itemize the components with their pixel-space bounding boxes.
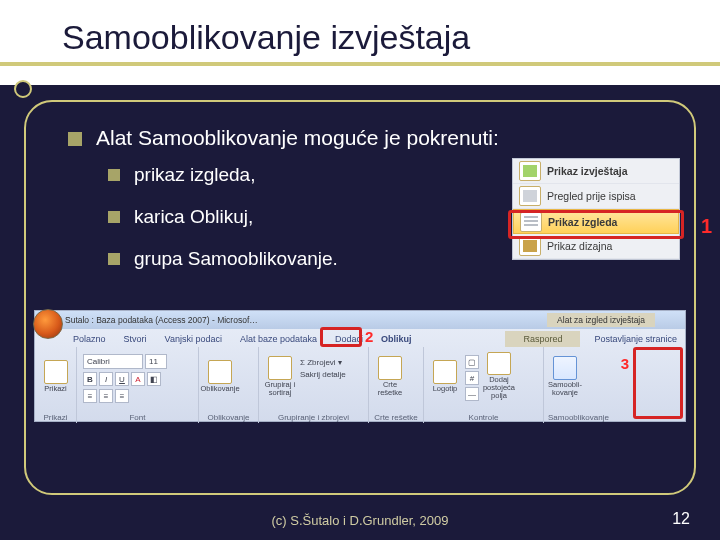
slide-title: Samooblikovanje izvještaja — [62, 18, 470, 57]
report-view-icon — [519, 161, 541, 181]
group-prikazi: Prikazi — [39, 412, 72, 422]
bullet-square-icon — [68, 132, 82, 146]
autoformat-icon — [553, 356, 577, 380]
align-right-button[interactable]: ≡ — [115, 389, 129, 403]
add-fields-icon — [487, 352, 511, 375]
tab-polazno[interactable]: Polazno — [65, 331, 114, 347]
logo-icon — [433, 360, 457, 384]
view-menu-item[interactable]: Pregled prije ispisa — [513, 184, 679, 209]
align-left-button[interactable]: ≡ — [83, 389, 97, 403]
callout-label-2: 2 — [365, 328, 373, 345]
samooblikovanje-button[interactable]: Samoobli-kovanje — [548, 352, 582, 400]
bullet-list: Alat Samooblikovanje moguće je pokrenuti… — [68, 126, 499, 290]
callout-box-3 — [633, 347, 683, 419]
office-button-icon[interactable] — [33, 309, 63, 339]
group-oblikovanje: Oblikovanje — [203, 412, 254, 422]
gridlines-icon — [378, 356, 402, 380]
underline-button[interactable]: U — [115, 372, 129, 386]
bullet-square-icon — [108, 211, 120, 223]
bullet-square-icon — [108, 253, 120, 265]
callout-label-3: 3 — [621, 355, 629, 372]
view-menu: Prikaz izvještaja Pregled prije ispisa P… — [512, 158, 680, 260]
bold-button[interactable]: B — [83, 372, 97, 386]
print-preview-icon — [519, 186, 541, 206]
dodaj-polja-button[interactable]: Dodaj postojeća polja — [482, 352, 516, 400]
access-ribbon: Sutalo : Baza podataka (Access 2007) - M… — [34, 310, 686, 422]
group-sort-icon — [268, 356, 292, 380]
window-title: Sutalo : Baza podataka (Access 2007) - M… — [65, 315, 258, 325]
page-number: 12 — [672, 510, 690, 528]
context-tab-title: Alat za izgled izvještaja — [547, 313, 655, 327]
prikazi-button[interactable]: Prikazi — [39, 352, 72, 400]
sakrij-button[interactable]: Sakrij detalje — [300, 370, 346, 379]
bullet-sub3: grupa Samooblikovanje. — [134, 248, 338, 270]
tab-alat-baze[interactable]: Alat baze podataka — [232, 331, 325, 347]
tab-stvori[interactable]: Stvori — [116, 331, 155, 347]
bullet-sub2: karica Oblikuj, — [134, 206, 253, 228]
callout-box-1 — [508, 210, 684, 239]
format-icon — [208, 360, 232, 384]
fill-color-button[interactable]: ◧ — [147, 372, 161, 386]
font-name-combo[interactable]: Calibri — [83, 354, 143, 369]
tab-vanjski[interactable]: Vanjski podaci — [157, 331, 230, 347]
bullet-main: Alat Samooblikovanje moguće je pokrenuti… — [96, 126, 499, 150]
group-grupiranje: Grupiranje i zbrojevi — [263, 412, 364, 422]
oblikovanje-button[interactable]: Oblikovanje — [203, 352, 237, 400]
resetke-button[interactable]: Crte rešetke — [373, 352, 407, 400]
control2-button[interactable]: # — [465, 371, 479, 385]
footer-copyright: (c) S.Šutalo i D.Grundler, 2009 — [0, 513, 720, 528]
zbrojevi-button[interactable]: Σ Zbrojevi ▾ — [300, 358, 346, 367]
grupiraj-button[interactable]: Grupiraj i sortiraj — [263, 352, 297, 400]
group-resetke: Crte rešetke — [373, 412, 419, 422]
group-samooblikovanje: Samooblikovanje — [548, 412, 600, 422]
group-font: Font — [81, 412, 194, 422]
tab-raspored[interactable]: Raspored — [505, 331, 580, 347]
tab-postavljanje[interactable]: Postavljanje stranice — [586, 331, 685, 347]
align-center-button[interactable]: ≡ — [99, 389, 113, 403]
bullet-sub1: prikaz izgleda, — [134, 164, 255, 186]
bullet-square-icon — [108, 169, 120, 181]
view-menu-item[interactable]: Prikaz izvještaja — [513, 159, 679, 184]
control3-button[interactable]: ― — [465, 387, 479, 401]
control1-button[interactable]: ▢ — [465, 355, 479, 369]
design-view-icon — [519, 236, 541, 256]
italic-button[interactable]: I — [99, 372, 113, 386]
font-size-combo[interactable]: 11 — [145, 354, 167, 369]
callout-box-2 — [320, 327, 362, 347]
logotip-button[interactable]: Logotip — [428, 352, 462, 400]
callout-label-1: 1 — [701, 215, 712, 238]
group-kontrole: Kontrole — [428, 412, 539, 422]
font-color-button[interactable]: A — [131, 372, 145, 386]
tab-oblikuj[interactable]: Oblikuj — [373, 331, 420, 347]
view-icon — [44, 360, 68, 384]
